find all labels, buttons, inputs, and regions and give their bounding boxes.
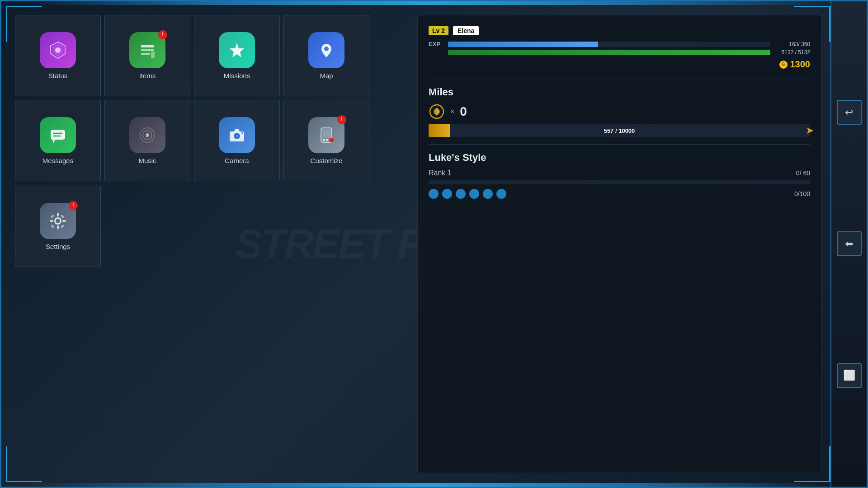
missions-icon-wrap [219,32,255,68]
miles-multiplier-row: × 0 [429,103,810,120]
level-badge: Lv 2 [429,26,448,35]
svg-point-2 [55,47,61,53]
svg-marker-7 [230,43,244,57]
miles-arrow: ➤ [806,125,814,136]
dots-container [429,189,506,199]
empty-cell-3 [283,186,369,267]
lukes-style-section: Luke's Style Rank 1 0/ 60 [429,152,810,199]
svg-rect-36 [61,224,64,228]
hp-row: 5132 / 5132 [429,49,810,56]
missions-label: Missions [224,72,250,80]
left-button[interactable]: ⬅ [837,231,862,256]
app-tile-music[interactable]: ♪ Music [104,100,190,181]
back-icon: ↩ [845,107,853,118]
customize-icon-wrap: ! [308,117,344,153]
svg-marker-10 [52,140,55,143]
svg-rect-32 [62,220,66,222]
svg-point-20 [236,135,238,137]
svg-rect-4 [141,49,154,51]
svg-rect-9 [51,130,65,140]
status-icon-wrap [40,32,76,68]
app-tile-map[interactable]: Map [283,15,369,96]
items-label: Items [139,72,156,80]
lukes-style-title: Luke's Style [429,152,810,164]
dot-1 [429,189,439,199]
map-icon-wrap [308,32,344,68]
settings-icon-wrap: ! [40,203,76,239]
svg-text:♪: ♪ [146,131,149,138]
svg-point-21 [241,132,243,134]
main-content: Status ! Items [15,15,821,473]
dots-value: 0/100 [794,190,810,197]
miles-count: 0 [460,104,467,119]
music-icon-wrap: ♪ [129,117,165,153]
app-tile-settings[interactable]: ! Settings [15,186,101,267]
hp-bar [448,50,770,55]
svg-rect-5 [141,53,150,55]
svg-rect-25 [326,139,328,141]
customize-icon [316,125,336,145]
dot-3 [456,189,466,199]
miles-coin-icon [429,103,445,120]
outer-frame: STREET FIGHTER Status [0,0,868,488]
miles-bar-container: 557 / 10000 ➤ [429,124,810,137]
dot-4 [469,189,479,199]
svg-rect-31 [50,220,53,222]
messages-icon [48,125,68,145]
svg-rect-23 [323,130,330,137]
back-button[interactable]: ↩ [837,100,862,125]
exp-section: EXP 163/ 350 5132 / 5132 [429,41,810,56]
info-panel: Lv 2 Elena EXP 163/ 350 [417,15,821,473]
app-grid-top: Status ! Items [15,15,408,181]
svg-rect-24 [323,139,325,141]
app-tile-camera[interactable]: Camera [194,100,280,181]
exp-bar [448,42,770,47]
exp-row: EXP 163/ 350 [429,41,810,47]
items-icon [137,40,157,60]
rank-label: Rank 1 [429,169,452,177]
miles-bar-fill [429,124,450,137]
miles-bar-text: 557 / 10000 [604,127,635,134]
app-tile-customize[interactable]: ! Customize [283,100,369,181]
hp-value: 5132 / 5132 [774,49,810,56]
svg-rect-26 [329,138,334,142]
app-tile-messages[interactable]: Messages [15,100,101,181]
app-grid-container: Status ! Items [15,15,408,473]
player-header: Lv 2 Elena [429,26,810,35]
rank-row: Rank 1 0/ 60 [429,169,810,177]
empty-cell-1 [104,186,190,267]
bottom-bar-decoration [28,483,826,487]
camera-label: Camera [225,157,249,164]
settings-icon [48,211,68,231]
status-label: Status [48,72,68,80]
screen-icon: ⬜ [843,370,855,381]
dot-5 [483,189,493,199]
miles-icon-svg [429,104,444,119]
svg-point-28 [56,219,60,223]
svg-rect-6 [151,52,155,58]
settings-badge: ! [69,201,78,210]
items-badge: ! [158,30,167,39]
divider-2 [429,144,810,145]
app-tile-items[interactable]: ! Items [104,15,190,96]
map-label: Map [320,72,333,80]
player-name: Elena [453,26,479,35]
customize-label: Customize [311,157,343,164]
svg-point-8 [324,47,329,51]
rank-value: 0/ 60 [796,169,810,177]
left-icon: ⬅ [845,238,853,250]
empty-cell-2 [194,186,280,267]
dot-2 [442,189,452,199]
gold-row: G 1300 [429,59,810,70]
screen-button[interactable]: ⬜ [837,363,862,388]
camera-icon-wrap [219,117,255,153]
messages-icon-wrap [40,117,76,153]
svg-rect-3 [141,45,154,47]
svg-rect-29 [57,213,59,216]
app-tile-missions[interactable]: Missions [194,15,280,96]
miles-multiply: × [450,108,454,116]
gold-icon: G [779,61,788,69]
exp-bar-fill [448,42,598,47]
miles-section: Miles × 0 [429,86,810,137]
app-tile-status[interactable]: Status [15,15,101,96]
